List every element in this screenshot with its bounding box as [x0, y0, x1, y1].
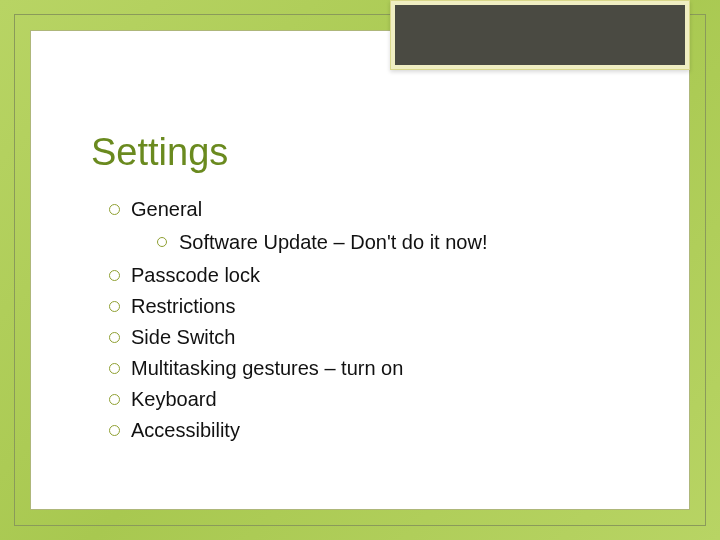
list-item-label: General — [131, 198, 202, 220]
list-item: Software Update – Don't do it now! — [157, 227, 649, 258]
list-item: Restrictions — [109, 291, 649, 322]
list-item-label: Side Switch — [131, 326, 236, 348]
sub-list: Software Update – Don't do it now! — [131, 227, 649, 258]
list-item: Accessibility — [109, 415, 649, 446]
slide-title: Settings — [91, 131, 649, 174]
list-item-label: Software Update – Don't do it now! — [179, 231, 487, 253]
list-item: Passcode lock — [109, 260, 649, 291]
decorative-header-box — [390, 0, 690, 70]
list-item: Side Switch — [109, 322, 649, 353]
list-item-label: Passcode lock — [131, 264, 260, 286]
bullet-list: General Software Update – Don't do it no… — [91, 194, 649, 446]
slide-content: Settings General Software Update – Don't… — [91, 131, 649, 469]
list-item-label: Keyboard — [131, 388, 217, 410]
list-item-label: Multitasking gestures – turn on — [131, 357, 403, 379]
slide-panel: Settings General Software Update – Don't… — [30, 30, 690, 510]
list-item: General Software Update – Don't do it no… — [109, 194, 649, 258]
list-item-label: Restrictions — [131, 295, 235, 317]
list-item: Keyboard — [109, 384, 649, 415]
list-item-label: Accessibility — [131, 419, 240, 441]
list-item: Multitasking gestures – turn on — [109, 353, 649, 384]
